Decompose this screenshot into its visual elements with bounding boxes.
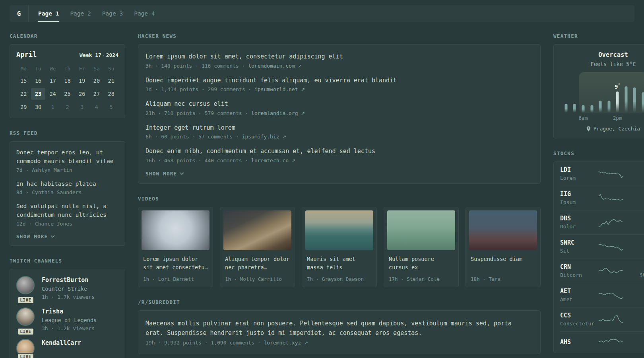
sparkline-chart	[598, 313, 624, 325]
external-link-icon: ↗	[304, 340, 308, 346]
stocks-section-label: STOCKS	[553, 150, 644, 156]
weather-bar	[564, 104, 567, 113]
story-meta: 16h · 468 points · 440 comments · loremt…	[145, 158, 533, 163]
calendar-day: 28	[104, 88, 118, 100]
video-card[interactable]: Mauris sit amet massa felis7h · Grayson …	[302, 207, 377, 287]
twitch-channel[interactable]: LIVEForrestBurtonCounter-Strike1h · 1.7k…	[16, 276, 118, 301]
story-meta: 21h · 710 points · 579 comments · loreml…	[145, 110, 533, 116]
weather-location: Prague, Czechia	[594, 126, 640, 132]
subreddit-section-label: /R/SUBREDDIT	[138, 299, 541, 305]
story-title[interactable]: Donec imperdiet augue tincidunt felis al…	[145, 76, 533, 85]
video-title: Mauris sit amet massa felis	[305, 255, 373, 272]
stock-row-snrc[interactable]: SNRCSit+1.36%$148.64	[560, 234, 644, 259]
tab-page-3[interactable]: Page 3	[97, 5, 128, 22]
calendar-day: 15	[16, 75, 31, 87]
weather-bars: 9°	[562, 86, 644, 113]
story-meta-text: 6h · 60 points · 57 comments ·	[145, 134, 242, 140]
subreddit-post-title[interactable]: Maecenas mollis pulvinar erat non posuer…	[145, 319, 533, 339]
stock-ticker: IIG	[560, 191, 598, 198]
calendar-day: 5	[104, 101, 118, 113]
stock-row-iig[interactable]: IIGIpsum+2.84%$42.04	[560, 186, 644, 210]
story-domain-link[interactable]: loremdomain.com	[248, 63, 298, 69]
subreddit-post: Maecenas mollis pulvinar erat non posuer…	[145, 319, 533, 346]
rss-item-title[interactable]: Sed volutpat nulla nisl, a condimentum n…	[16, 202, 118, 220]
rss-item-meta: 8d · Cynthia Saunders	[16, 189, 118, 195]
stock-values: +4.35%$795.18	[624, 167, 644, 181]
stock-row-crn[interactable]: CRNBitcorn-1.00%$66,171.48	[560, 259, 644, 283]
calendar-day: 16	[31, 75, 46, 87]
stock-row-ldi[interactable]: LDILorem+4.35%$795.18	[560, 162, 644, 186]
story: Donec enim nibh, condimentum et accumsan…	[145, 147, 533, 163]
video-card[interactable]: Suspendisse diam18h · Tara	[466, 207, 541, 287]
stock-info: CCSConsectetur	[560, 312, 598, 327]
stock-info: DBSDolor	[560, 215, 598, 230]
calendar-weekday: Su	[104, 64, 118, 74]
weather-chart: 9° 6am2pm10pm	[562, 71, 644, 122]
top-nav: G Page 1Page 2Page 3Page 4	[10, 5, 634, 22]
twitch-channel[interactable]: LIVETrishaLeague of Legends3h · 1.2k vie…	[16, 307, 118, 332]
stock-name: Lorem	[560, 175, 598, 181]
stock-change: +1.36%	[624, 239, 644, 246]
stock-price: $499.72	[624, 296, 644, 302]
page-tabs: Page 1Page 2Page 3Page 4	[29, 5, 165, 22]
tab-page-1[interactable]: Page 1	[33, 5, 64, 22]
rss-show-more-label: SHOW MORE	[16, 233, 48, 239]
video-title: Lorem ipsum dolor sit amet consectetu…	[142, 255, 209, 272]
stock-row-ahs[interactable]: AHS+0.46%	[560, 331, 644, 353]
story-domain-link[interactable]: loremlandia.org	[251, 110, 301, 116]
story: Integer eget rutrum lorem6h · 60 points …	[145, 123, 533, 140]
twitch-channel-meta: 3h · 1.2k viewers	[42, 325, 97, 332]
tab-page-4[interactable]: Page 4	[128, 5, 160, 22]
weather-temp-value: 9	[615, 83, 618, 90]
stock-ticker: AET	[560, 288, 598, 295]
video-meta: 1h · Lori Barnett	[142, 276, 209, 282]
weather-time-label: 2pm	[613, 115, 622, 121]
story-title[interactable]: Lorem ipsum dolor sit amet, consectetur …	[145, 52, 533, 61]
rss-list: Donec tempor eros leo, ut commodo mauris…	[16, 148, 118, 227]
video-card[interactable]: Nullam posuere cursus ex17h · Stefan Col…	[384, 207, 459, 287]
chevron-down-icon	[180, 172, 184, 175]
avatar-wrap: LIVE	[16, 307, 35, 332]
story-domain-link[interactable]: ipsumworld.net	[254, 86, 301, 92]
stock-row-aet[interactable]: AETAmet+0.92%$499.72	[560, 283, 644, 307]
subreddit-section: /R/SUBREDDIT Maecenas mollis pulvinar er…	[138, 299, 541, 354]
story-domain-link[interactable]: loremnet.xyz	[264, 340, 304, 346]
weather-time-labels: 6am2pm10pm	[562, 115, 644, 122]
rss-show-more-button[interactable]: SHOW MORE	[16, 233, 55, 239]
location-pin-icon	[586, 126, 591, 132]
twitch-section: TWITCH CHANNELS LIVEForrestBurtonCounter…	[10, 258, 125, 358]
stock-row-dbs[interactable]: DBSDolor+1.42%$156.28	[560, 210, 644, 234]
stock-values: -1.00%$66,171.48	[624, 264, 644, 278]
calendar-day-selected: 23	[31, 88, 46, 100]
video-card[interactable]: Aliquam tempor dolor nec pharetra…1h · M…	[220, 207, 295, 287]
rss-item-meta: 12d · Chance Jones	[16, 221, 118, 227]
twitch-channel[interactable]: LIVEKendallCarr	[16, 339, 118, 357]
tab-page-2[interactable]: Page 2	[64, 5, 96, 22]
middle-column: HACKER NEWS Lorem ipsum dolor sit amet, …	[138, 33, 541, 358]
live-badge: LIVE	[17, 353, 34, 358]
rss-item-title[interactable]: In hac habitasse platea	[16, 180, 118, 189]
story-title[interactable]: Aliquam nec cursus elit	[145, 99, 533, 109]
stock-row-ccs[interactable]: CCSConsectetur+0.51%$165.84	[560, 307, 644, 331]
stock-name: Dolor	[560, 224, 598, 230]
rss-item-title[interactable]: Donec tempor eros leo, ut commodo mauris…	[16, 148, 118, 166]
calendar-year: 2024	[106, 52, 118, 58]
story-title[interactable]: Donec enim nibh, condimentum et accumsan…	[145, 147, 533, 156]
video-thumbnail-camera-hands	[223, 210, 291, 250]
stocks-widget: LDILorem+4.35%$795.18IIGIpsum+2.84%$42.0…	[553, 161, 644, 353]
story-meta-text: 3h · 148 points · 116 comments ·	[145, 63, 248, 69]
weather-bar	[642, 92, 644, 113]
stock-price: $42.04	[624, 199, 644, 205]
story-title[interactable]: Integer eget rutrum lorem	[145, 123, 533, 132]
calendar-day: 18	[60, 75, 75, 87]
story-domain-link[interactable]: loremtech.co	[251, 158, 292, 163]
hackernews-show-more-button[interactable]: SHOW MORE	[145, 171, 184, 177]
story-domain-link[interactable]: ipsumify.biz	[242, 134, 283, 140]
calendar-widget: April Week 17·2024 MoTuWeThFrSaSu1516171…	[10, 44, 125, 118]
weather-degree-symbol: °	[618, 83, 620, 87]
video-title: Aliquam tempor dolor nec pharetra…	[223, 255, 291, 272]
app-logo[interactable]: G	[10, 5, 29, 22]
video-card[interactable]: Lorem ipsum dolor sit amet consectetu…1h…	[138, 207, 213, 287]
story: Lorem ipsum dolor sit amet, consectetur …	[145, 52, 533, 69]
story-meta: 1d · 1,414 points · 299 comments · ipsum…	[145, 86, 533, 92]
